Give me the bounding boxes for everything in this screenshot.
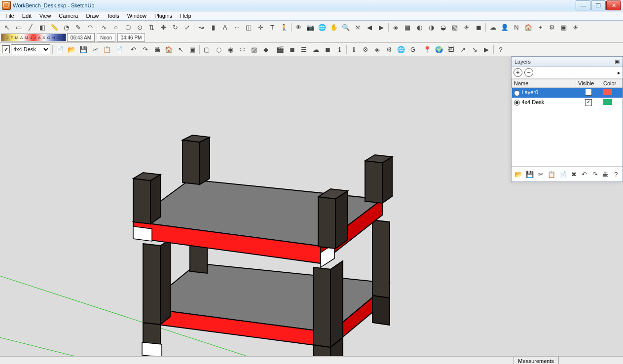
menu-tools[interactable]: Tools <box>103 12 123 19</box>
xray-tool[interactable]: ▦ <box>402 22 413 33</box>
layer-row[interactable]: Layer0 <box>512 88 623 98</box>
footer-print-button[interactable]: 🖶 <box>601 169 609 180</box>
dim-tool[interactable]: ↔ <box>231 22 242 33</box>
pref-button[interactable]: ⚙ <box>360 44 371 55</box>
iso-tool[interactable]: ◈ <box>390 22 401 33</box>
sun-tool[interactable]: ☀ <box>461 22 472 33</box>
model-button[interactable]: 🏠 <box>163 44 174 55</box>
model-workbench[interactable] <box>113 125 409 356</box>
orbit-tool[interactable]: 🌐 <box>317 22 328 33</box>
pan-tool[interactable]: ✋ <box>329 22 339 33</box>
google-button[interactable]: G <box>407 44 418 55</box>
shade2-tool[interactable]: ◑ <box>426 22 437 33</box>
menu-draw[interactable]: Draw <box>82 12 102 19</box>
3dtext-tool[interactable]: T <box>267 22 278 33</box>
scale-tool[interactable]: ⤢ <box>182 22 192 33</box>
entity-button[interactable]: ℹ <box>334 44 345 55</box>
layer-row[interactable]: 4x4 Desk✓ <box>512 98 623 107</box>
zoom-tool[interactable]: 🔍 <box>340 22 351 33</box>
col-visible[interactable]: Visible <box>576 79 601 88</box>
menu-view[interactable]: View <box>36 12 55 19</box>
undo-button[interactable]: ↶ <box>128 44 139 55</box>
group-button[interactable]: ▢ <box>201 44 212 55</box>
position-tool[interactable]: 📷 <box>305 22 316 33</box>
loc-button[interactable]: 📍 <box>422 44 433 55</box>
pushpull-tool[interactable]: ⇅ <box>146 22 157 33</box>
maximize-button[interactable]: ❐ <box>591 0 606 10</box>
layers-menu-icon[interactable]: ▸ <box>618 70 621 76</box>
export-button[interactable]: ↗ <box>457 44 468 55</box>
unhide-button[interactable]: ◉ <box>225 44 236 55</box>
img-button[interactable]: 🖼 <box>445 44 456 55</box>
remove-layer-button[interactable]: − <box>524 68 533 77</box>
layer-dropdown[interactable]: 4x4 Desk <box>11 44 50 54</box>
footer-open-button[interactable]: 📂 <box>514 169 523 180</box>
layer-color-swatch[interactable] <box>603 89 612 95</box>
freehand-tool[interactable]: ∿ <box>99 22 110 33</box>
footer-undo-button[interactable]: ↶ <box>581 169 588 180</box>
protractor-tool[interactable]: ◔ <box>61 22 72 33</box>
offset-tool[interactable]: ⊙ <box>134 22 145 33</box>
layer-color-swatch[interactable] <box>603 99 612 105</box>
hidden-tool[interactable]: ▧ <box>449 22 460 33</box>
line-tool[interactable]: ╱ <box>25 22 36 33</box>
soft-button[interactable]: ⬭ <box>237 44 248 55</box>
fog-tool[interactable]: ☁ <box>487 22 498 33</box>
eraser-tool[interactable]: ◧ <box>37 22 48 33</box>
layers-button[interactable]: ≣ <box>287 44 297 55</box>
pencil-tool[interactable]: ✎ <box>73 22 83 33</box>
measurements-field[interactable] <box>558 357 623 364</box>
new-button[interactable]: 📄 <box>54 44 65 55</box>
layer-visible-checkbox[interactable]: ✓ <box>585 99 592 106</box>
shad2-button[interactable]: ◼ <box>322 44 333 55</box>
layers-panel[interactable]: Layers ▣ + − ▸ Name Visible Color Layer0… <box>511 56 623 182</box>
arc-tool[interactable]: ◠ <box>84 22 95 33</box>
layer-visible-checkbox[interactable] <box>585 89 592 96</box>
text-tool[interactable]: A <box>220 22 230 33</box>
person-tool[interactable]: 👤 <box>499 22 510 33</box>
panel-menu-icon[interactable]: ▣ <box>615 58 620 65</box>
move-tool[interactable]: ✥ <box>158 22 169 33</box>
warehouse-tool[interactable]: 🏠 <box>523 22 534 33</box>
help-button[interactable]: ? <box>495 44 506 55</box>
menu-window[interactable]: Window <box>124 12 150 19</box>
open-button[interactable]: 📂 <box>66 44 77 55</box>
add-layer-button[interactable]: + <box>513 68 522 77</box>
close-button[interactable]: ✕ <box>606 0 621 10</box>
menu-plugins[interactable]: Plugins <box>151 12 176 19</box>
redo-button[interactable]: ↷ <box>140 44 150 55</box>
mat-button[interactable]: ▨ <box>249 44 259 55</box>
menu-help[interactable]: Help <box>177 12 195 19</box>
outliner-button[interactable]: ☰ <box>298 44 309 55</box>
ext-tool[interactable]: ⚙ <box>547 22 557 33</box>
col-color[interactable]: Color <box>601 79 623 88</box>
footer-cut-button[interactable]: ✂ <box>537 169 545 180</box>
rotate-tool[interactable]: ↻ <box>170 22 181 33</box>
comp-button[interactable]: ▣ <box>187 44 198 55</box>
rect-tool[interactable]: ▭ <box>13 22 24 33</box>
info-button[interactable]: ℹ <box>348 44 359 55</box>
cursor-tool[interactable]: ↖ <box>1 22 12 33</box>
footer-copy-button[interactable]: 📋 <box>547 169 556 180</box>
layers-panel-title[interactable]: Layers ▣ <box>512 57 623 67</box>
footer-redo-button[interactable]: ↷ <box>591 169 599 180</box>
shade3-tool[interactable]: ◒ <box>438 22 448 33</box>
paste-button[interactable]: 📄 <box>113 44 124 55</box>
minimize-button[interactable]: — <box>576 0 590 10</box>
ruby-button[interactable]: ◈ <box>372 44 383 55</box>
layer-active-radio[interactable] <box>514 90 520 96</box>
north-tool[interactable]: N <box>511 22 522 33</box>
layer-active-radio[interactable] <box>514 100 520 106</box>
next-tool[interactable]: ▶ <box>376 22 387 33</box>
anim-button[interactable]: ▶ <box>481 44 492 55</box>
col-name[interactable]: Name <box>512 79 576 88</box>
import-button[interactable]: ↘ <box>469 44 480 55</box>
axes-tool[interactable]: ✛ <box>255 22 266 33</box>
print-button[interactable]: 🖶 <box>151 44 162 55</box>
shadow-tool[interactable]: ◼ <box>473 22 484 33</box>
layer-visible-check[interactable]: ✓ <box>2 45 10 53</box>
followme-tool[interactable]: ↝ <box>196 22 207 33</box>
shadow-time-end[interactable]: 04:46 PM <box>117 33 145 42</box>
shadow-time-start[interactable]: 06:43 AM <box>67 33 95 42</box>
copy-button[interactable]: 📋 <box>102 44 112 55</box>
